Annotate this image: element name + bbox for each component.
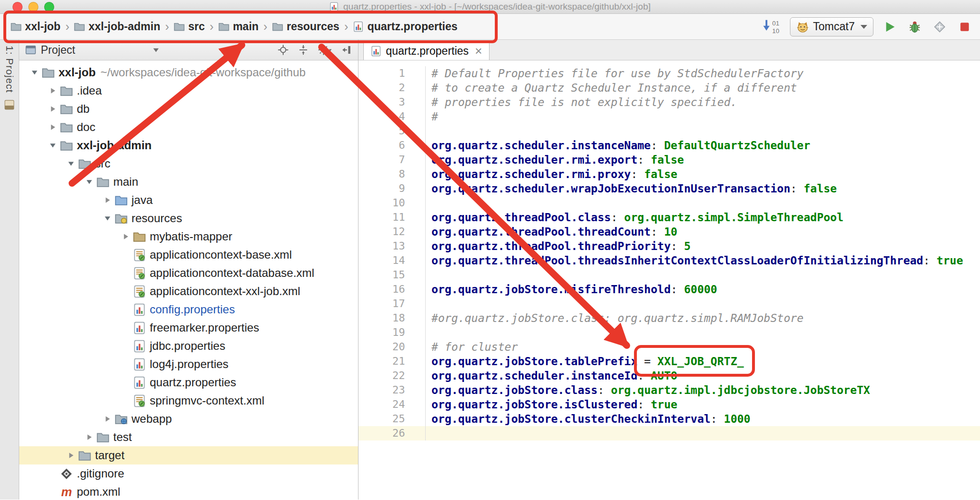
editor-line[interactable]: 10 (359, 196, 980, 210)
editor-line[interactable]: 20# for cluster (359, 340, 980, 354)
gear-icon[interactable] (318, 44, 332, 56)
stop-button[interactable] (956, 18, 973, 36)
tree-item-doc[interactable]: doc (19, 118, 358, 136)
editor-line[interactable]: 2# to create a Quartz Scheduler Instance… (359, 81, 980, 95)
editor-line[interactable]: 5 (359, 124, 980, 138)
tree-item-xxl-job-admin[interactable]: xxl-job-admin (19, 136, 358, 155)
chevron-expanded-icon[interactable] (83, 176, 96, 188)
editor-line[interactable]: 18#org.quartz.jobStore.class: org.quartz… (359, 311, 980, 325)
tree-item--idea[interactable]: .idea (19, 82, 358, 100)
code-token-val: false (803, 182, 837, 195)
tree-item-springmvc-context-xml[interactable]: springmvc-context.xml (19, 392, 358, 410)
editor-line[interactable]: 22org.quartz.scheduler.instanceId: AUTO (359, 369, 980, 383)
editor-line[interactable]: 4# (359, 109, 980, 124)
tree-item-src[interactable]: src (19, 155, 358, 173)
tree-item-db[interactable]: db (19, 100, 358, 118)
tree-item-java[interactable]: java (19, 191, 358, 209)
hide-panel-icon[interactable] (341, 44, 352, 56)
tree-item-resources[interactable]: resources (19, 209, 358, 227)
editor-line[interactable]: 21org.quartz.jobStore.tablePrefix = XXL_… (359, 354, 980, 369)
editor-line[interactable]: 17 (359, 297, 980, 311)
tree-item-test[interactable]: test (19, 428, 358, 446)
tree-item-jdbc-properties[interactable]: jdbc.properties (19, 337, 358, 355)
editor-line[interactable]: 15 (359, 268, 980, 282)
locate-file-icon[interactable] (277, 44, 289, 56)
breadcrumb: xxl-job›xxl-job-admin›src›main›resources… (11, 20, 457, 34)
close-tab-icon[interactable]: × (475, 45, 482, 57)
chevron-collapsed-icon[interactable] (119, 231, 132, 242)
breadcrumb-item-main[interactable]: main (218, 20, 259, 33)
editor-line[interactable]: 8org.quartz.scheduler.rmi.proxy: false (359, 167, 980, 181)
editor-line[interactable]: 7org.quartz.scheduler.rmi.export: false (359, 153, 980, 167)
incoming-changes-icon[interactable]: 01 10 (761, 19, 782, 35)
chevron-expanded-icon[interactable] (64, 158, 77, 169)
chevron-collapsed-icon[interactable] (83, 431, 96, 443)
chevron-collapsed-icon[interactable] (46, 121, 59, 133)
coverage-button[interactable] (931, 18, 948, 36)
editor-line[interactable]: 12org.quartz.threadPool.threadCount: 10 (359, 225, 980, 239)
run-configuration-selector[interactable]: Tomcat7 (790, 17, 873, 36)
code-token-val: org.quartz.simpl.SimpleThreadPool (624, 211, 844, 224)
editor-line[interactable]: 13org.quartz.threadPool.threadPriority: … (359, 239, 980, 253)
tree-item-log4j-properties[interactable]: log4j.properties (19, 355, 358, 373)
run-button[interactable] (881, 18, 898, 36)
editor-line[interactable]: 11org.quartz.threadPool.class: org.quart… (359, 210, 980, 225)
collapse-all-icon[interactable] (298, 44, 309, 56)
tree-item-quartz-properties[interactable]: quartz.properties (19, 373, 358, 392)
chevron-expanded-icon[interactable] (101, 213, 114, 224)
tree-item-label: xxl-job (59, 66, 96, 79)
breadcrumb-item-quartz-properties[interactable]: quartz.properties (353, 20, 457, 33)
chevron-expanded-icon[interactable] (46, 140, 59, 151)
breadcrumb-item-xxl-job[interactable]: xxl-job (11, 20, 60, 33)
line-content: org.quartz.jobStore.misfireThreshold: 60… (426, 282, 717, 297)
tree-item-main[interactable]: main (19, 173, 358, 191)
view-switcher-chevron-icon[interactable] (152, 46, 160, 54)
tree-item-target[interactable]: target (19, 446, 358, 464)
chevron-expanded-icon[interactable] (28, 67, 41, 78)
line-content: org.quartz.threadPool.threadsInheritCont… (426, 253, 963, 268)
chevron-collapsed-icon[interactable] (101, 194, 114, 206)
breadcrumb-item-xxl-job-admin[interactable]: xxl-job-admin (74, 20, 160, 33)
breadcrumb-item-resources[interactable]: resources (272, 20, 339, 33)
tree-item-freemarker-properties[interactable]: freemarker.properties (19, 319, 358, 337)
editor-line[interactable]: 26 (359, 426, 980, 440)
folder-icon (96, 431, 109, 444)
chevron-collapsed-icon[interactable] (101, 413, 114, 425)
minimize-window-button[interactable] (28, 2, 38, 12)
editor-tab-label: quartz.properties (386, 45, 469, 58)
tree-item-applicationcontext-database-xml[interactable]: applicationcontext-database.xml (19, 264, 358, 282)
code-token-key: org.quartz.jobStore.clusterCheckinInterv… (431, 413, 711, 425)
tree-item-applicationcontext-xxl-job-xml[interactable]: applicationcontext-xxl-job.xml (19, 282, 358, 300)
tree-item-xxl-job[interactable]: xxl-job~/workspaces/idea-git-workspace/g… (19, 63, 358, 82)
project-stripe-button[interactable]: 1: Project (4, 46, 15, 93)
editor-line[interactable]: 3# properties file is not explicitly spe… (359, 95, 980, 109)
breadcrumb-separator: › (344, 20, 348, 34)
editor-line[interactable]: 19 (359, 325, 980, 340)
editor-line[interactable]: 23org.quartz.jobStore.class: org.quartz.… (359, 383, 980, 397)
tree-item-config-properties[interactable]: config.properties (19, 300, 358, 319)
chevron-collapsed-icon[interactable] (46, 103, 59, 115)
editor-tab-quartz-properties[interactable]: quartz.properties × (363, 41, 490, 60)
editor-line[interactable]: 14org.quartz.threadPool.threadsInheritCo… (359, 253, 980, 268)
tree-item-webapp[interactable]: webapp (19, 410, 358, 428)
tree-item-mybatis-mapper[interactable]: mybatis-mapper (19, 227, 358, 246)
zoom-window-button[interactable] (44, 2, 54, 12)
editor-line[interactable]: 6org.quartz.scheduler.instanceName: Defa… (359, 138, 980, 153)
tree-item-applicationcontext-base-xml[interactable]: applicationcontext-base.xml (19, 246, 358, 264)
chevron-spacer (119, 304, 132, 315)
editor-line[interactable]: 16org.quartz.jobStore.misfireThreshold: … (359, 282, 980, 297)
close-window-button[interactable] (12, 2, 23, 12)
tree-item--gitignore[interactable]: .gitignore (19, 464, 358, 483)
editor-line[interactable]: 1# Default Properties file for use by St… (359, 66, 980, 81)
editor-line[interactable]: 24org.quartz.jobStore.isClustered: true (359, 397, 980, 412)
line-number: 12 (359, 225, 426, 239)
breadcrumb-item-src[interactable]: src (174, 20, 205, 33)
chevron-collapsed-icon[interactable] (64, 450, 77, 461)
editor-content[interactable]: 1# Default Properties file for use by St… (359, 60, 980, 500)
tree-item-pom-xml[interactable]: mpom.xml (19, 483, 358, 500)
chevron-spacer (46, 486, 59, 498)
editor-line[interactable]: 25org.quartz.jobStore.clusterCheckinInte… (359, 412, 980, 426)
chevron-collapsed-icon[interactable] (46, 85, 59, 96)
editor-line[interactable]: 9org.quartz.scheduler.wrapJobExecutionIn… (359, 181, 980, 196)
debug-button[interactable] (906, 18, 923, 36)
